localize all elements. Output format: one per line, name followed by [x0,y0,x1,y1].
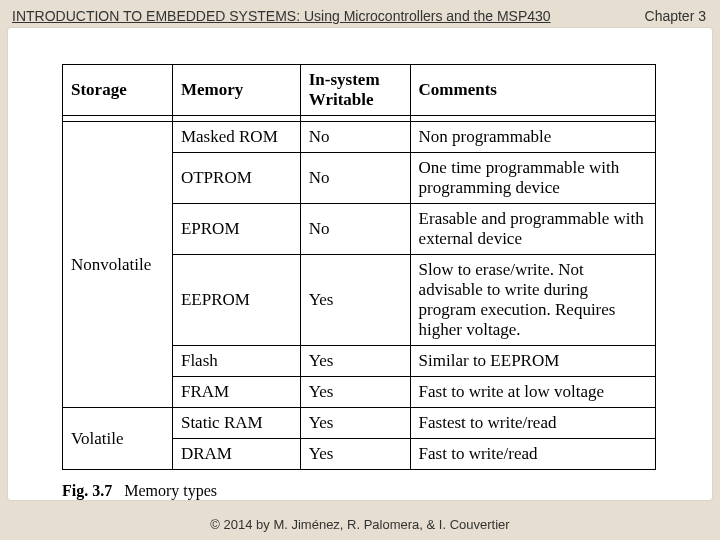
writable-cell: No [300,204,410,255]
comments-cell: Similar to EEPROM [410,346,655,377]
memory-cell: Static RAM [172,408,300,439]
slide-body: Storage Memory In-system Writable Commen… [8,28,712,500]
col-memory: Memory [172,65,300,116]
memory-cell: Masked ROM [172,122,300,153]
writable-cell: Yes [300,377,410,408]
writable-cell: No [300,153,410,204]
memory-cell: EEPROM [172,255,300,346]
memory-cell: FRAM [172,377,300,408]
storage-cell: Volatile [63,408,173,470]
figure-title: Memory types [124,482,217,499]
table-row: Volatile Static RAM Yes Fastest to write… [63,408,656,439]
figure-caption: Fig. 3.7 Memory types [62,482,656,500]
col-comments: Comments [410,65,655,116]
writable-cell: Yes [300,255,410,346]
figure-number: Fig. 3.7 [62,482,112,499]
table-row: Nonvolatile Masked ROM No Non programmab… [63,122,656,153]
memory-cell: OTPROM [172,153,300,204]
comments-cell: One time programmable with programming d… [410,153,655,204]
writable-cell: Yes [300,439,410,470]
chapter-label: Chapter 3 [645,8,706,24]
comments-cell: Non programmable [410,122,655,153]
memory-types-table-wrap: Storage Memory In-system Writable Commen… [62,64,656,500]
copyright-footer: © 2014 by M. Jiménez, R. Palomera, & I. … [0,517,720,532]
book-title: INTRODUCTION TO EMBEDDED SYSTEMS: Using … [12,8,551,24]
slide-header: INTRODUCTION TO EMBEDDED SYSTEMS: Using … [0,0,720,30]
writable-cell: Yes [300,408,410,439]
table-header-row: Storage Memory In-system Writable Commen… [63,65,656,116]
memory-types-table: Storage Memory In-system Writable Commen… [62,64,656,470]
comments-cell: Slow to erase/write. Not advisable to wr… [410,255,655,346]
col-storage: Storage [63,65,173,116]
comments-cell: Fast to write at low voltage [410,377,655,408]
comments-cell: Erasable and programmable with external … [410,204,655,255]
storage-cell: Nonvolatile [63,122,173,408]
comments-cell: Fastest to write/read [410,408,655,439]
comments-cell: Fast to write/read [410,439,655,470]
writable-cell: No [300,122,410,153]
col-writable: In-system Writable [300,65,410,116]
writable-cell: Yes [300,346,410,377]
memory-cell: DRAM [172,439,300,470]
memory-cell: Flash [172,346,300,377]
memory-cell: EPROM [172,204,300,255]
